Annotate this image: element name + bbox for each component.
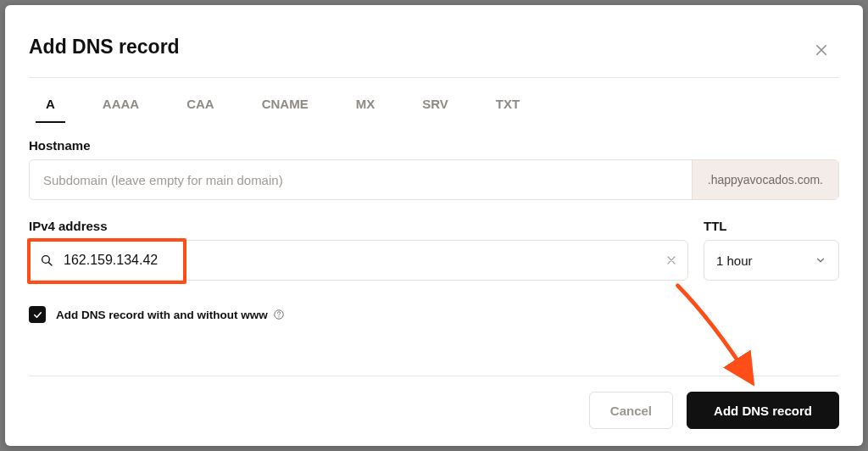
ttl-label: TTL [704,219,839,233]
www-checkbox[interactable] [29,306,46,323]
hostname-label: Hostname [29,138,839,153]
search-icon [40,253,53,267]
ttl-select[interactable]: 1 hour [704,240,839,281]
ipv4-field [29,240,688,281]
record-type-tabs: A AAAA CAA CNAME MX SRV TXT [29,78,839,123]
hostname-field-group: .happyavocados.com. [29,159,839,200]
add-dns-record-modal: Add DNS record A AAAA CAA CNAME MX SRV T… [5,5,863,446]
chevron-down-icon [815,254,826,266]
ipv4-input[interactable] [64,253,665,268]
tab-srv[interactable]: SRV [422,90,448,123]
domain-suffix: .happyavocados.com. [692,160,838,199]
tab-cname[interactable]: CNAME [262,90,309,123]
close-icon [814,42,829,58]
svg-point-2 [278,316,279,317]
tab-mx[interactable]: MX [356,90,376,123]
hostname-input[interactable] [30,160,692,199]
tab-txt[interactable]: TXT [496,90,520,123]
close-button[interactable] [814,42,829,58]
tab-aaaa[interactable]: AAAA [103,90,139,123]
help-icon[interactable] [273,309,285,320]
ttl-value: 1 hour [716,253,753,268]
ipv4-label: IPv4 address [29,219,688,233]
clear-input-icon[interactable] [665,254,677,266]
cancel-button[interactable]: Cancel [589,392,673,429]
tab-caa[interactable]: CAA [186,90,214,123]
check-icon [32,309,43,320]
tab-a[interactable]: A [46,90,55,123]
submit-button[interactable]: Add DNS record [687,392,839,429]
modal-title: Add DNS record [29,36,839,58]
www-checkbox-label: Add DNS record with and without www [56,309,285,321]
svg-point-0 [42,256,50,264]
modal-footer: Cancel Add DNS record [29,376,839,429]
